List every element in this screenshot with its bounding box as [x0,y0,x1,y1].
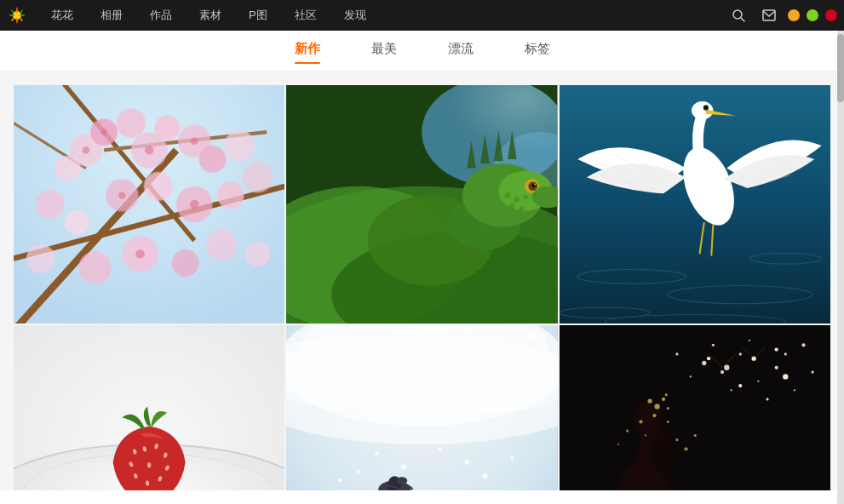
scrollbar-thumb[interactable] [837,34,844,102]
svg-point-16 [155,115,181,140]
svg-point-23 [144,172,173,201]
titlebar-actions: − □ × [726,3,837,27]
svg-point-53 [534,184,536,186]
photo-strawberry[interactable] [14,325,284,490]
scrollbar[interactable] [837,31,844,504]
svg-point-146 [730,389,732,391]
svg-point-171 [626,429,629,432]
svg-point-73 [704,106,707,109]
svg-point-167 [652,414,656,417]
close-button[interactable]: × [825,9,837,21]
svg-point-32 [245,242,271,267]
svg-point-169 [639,420,642,423]
titlebar: 花花 相册 作品 素材 P图 社区 发现 − □ × [0,0,844,31]
svg-point-166 [666,407,669,410]
titlebar-nav: 花花 相册 作品 素材 P图 社区 发现 [37,0,726,31]
svg-point-140 [702,361,706,365]
svg-point-59 [505,192,510,198]
svg-point-138 [721,370,724,374]
photo-cherry-blossoms[interactable] [14,85,284,324]
nav-item-huahua[interactable]: 花花 [37,0,87,31]
svg-point-39 [135,249,145,259]
svg-point-173 [617,444,619,445]
svg-point-14 [117,109,146,138]
nav-item-community[interactable]: 社区 [281,0,330,31]
svg-point-174 [693,434,696,437]
svg-point-172 [684,447,687,450]
svg-point-139 [738,352,741,355]
svg-point-128 [375,451,378,455]
svg-point-129 [401,464,406,469]
svg-point-96 [147,462,151,467]
subnav-item-best[interactable]: 最美 [371,41,397,60]
svg-point-26 [242,162,273,192]
photo-birds-snow[interactable] [286,325,557,490]
svg-point-170 [675,438,678,441]
nav-item-pedit[interactable]: P图 [235,0,281,31]
subnav-item-drift[interactable]: 漂流 [448,41,474,60]
search-icon[interactable] [726,3,750,27]
photo-grid [0,72,844,490]
svg-point-147 [675,352,678,355]
svg-point-155 [783,374,788,379]
svg-point-37 [118,192,125,198]
svg-point-143 [711,344,714,346]
svg-point-175 [644,434,646,436]
svg-point-28 [78,251,111,284]
svg-point-135 [510,456,514,460]
app-logo [7,5,27,26]
svg-point-150 [793,389,795,391]
svg-point-145 [748,340,749,341]
svg-point-151 [766,398,768,400]
svg-rect-4 [763,10,775,20]
nav-item-discover[interactable]: 发现 [330,0,380,31]
svg-point-33 [83,146,89,153]
photo-iguana[interactable] [286,85,557,324]
svg-point-153 [724,365,729,370]
svg-point-158 [738,384,742,387]
svg-point-130 [439,447,442,450]
svg-point-61 [524,195,528,199]
svg-point-31 [206,230,237,261]
svg-point-163 [654,404,659,409]
svg-point-35 [145,146,154,155]
svg-point-38 [190,200,199,209]
svg-point-21 [64,209,89,235]
svg-point-62 [509,203,514,209]
mail-icon[interactable] [757,3,781,27]
subnav-item-newest[interactable]: 新作 [295,41,320,60]
svg-point-18 [199,146,227,173]
svg-point-164 [662,398,665,401]
svg-point-34 [100,129,106,135]
minimize-button[interactable]: − [788,9,800,21]
svg-point-157 [774,347,778,351]
photo-dark-splatter[interactable] [560,325,830,490]
svg-line-3 [741,18,744,21]
svg-point-60 [514,198,520,203]
nav-item-album[interactable]: 相册 [87,0,136,31]
svg-point-132 [357,470,360,473]
subnav-item-tags[interactable]: 标签 [525,41,550,60]
svg-point-122 [397,477,408,484]
svg-point-149 [811,371,813,374]
svg-point-13 [55,156,81,181]
nav-item-material[interactable]: 素材 [186,0,235,31]
svg-point-27 [26,244,55,273]
svg-rect-137 [560,325,830,490]
svg-point-148 [801,343,805,346]
svg-point-25 [217,181,244,209]
svg-point-152 [689,375,691,377]
maximize-button[interactable]: □ [807,9,818,21]
svg-point-63 [520,207,524,211]
svg-point-165 [647,398,652,403]
svg-point-133 [483,473,488,478]
nav-item-works[interactable]: 作品 [136,0,186,31]
svg-point-36 [191,137,198,144]
svg-point-131 [465,461,469,465]
svg-point-20 [35,190,64,219]
svg-point-141 [757,381,759,382]
photo-egret[interactable] [560,85,830,324]
svg-point-142 [774,366,778,369]
svg-point-134 [339,478,342,482]
svg-point-176 [666,421,669,423]
